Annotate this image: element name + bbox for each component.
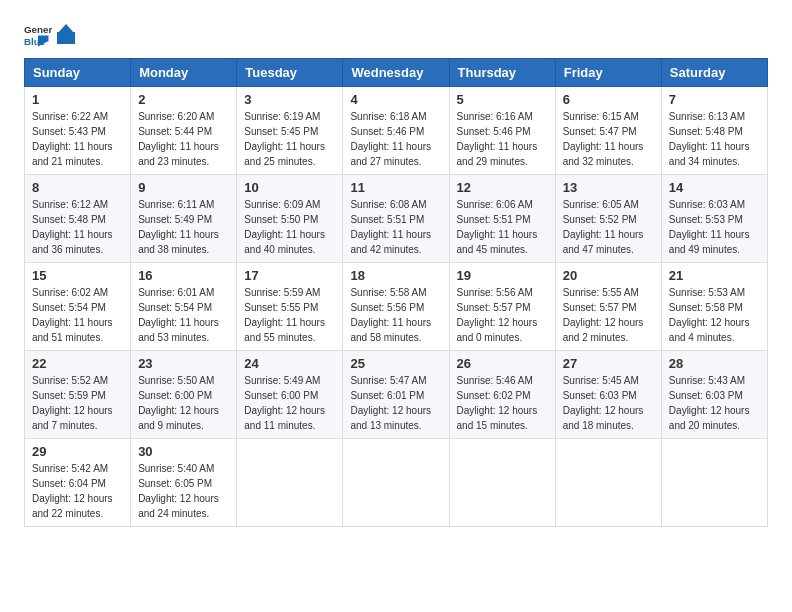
- day-info: Sunrise: 6:01 AMSunset: 5:54 PMDaylight:…: [138, 285, 229, 345]
- day-number: 30: [138, 444, 229, 459]
- calendar-day-cell: 13Sunrise: 6:05 AMSunset: 5:52 PMDayligh…: [555, 175, 661, 263]
- day-number: 4: [350, 92, 441, 107]
- day-info: Sunrise: 6:03 AMSunset: 5:53 PMDaylight:…: [669, 197, 760, 257]
- day-number: 23: [138, 356, 229, 371]
- day-info: Sunrise: 5:45 AMSunset: 6:03 PMDaylight:…: [563, 373, 654, 433]
- day-number: 19: [457, 268, 548, 283]
- day-info: Sunrise: 5:42 AMSunset: 6:04 PMDaylight:…: [32, 461, 123, 521]
- day-info: Sunrise: 5:52 AMSunset: 5:59 PMDaylight:…: [32, 373, 123, 433]
- calendar-day-cell: [449, 439, 555, 527]
- calendar-header-wednesday: Wednesday: [343, 59, 449, 87]
- calendar-day-cell: 8Sunrise: 6:12 AMSunset: 5:48 PMDaylight…: [25, 175, 131, 263]
- day-number: 20: [563, 268, 654, 283]
- logo-arrow-icon: [57, 24, 75, 44]
- day-number: 24: [244, 356, 335, 371]
- calendar-day-cell: 30Sunrise: 5:40 AMSunset: 6:05 PMDayligh…: [131, 439, 237, 527]
- calendar-day-cell: 18Sunrise: 5:58 AMSunset: 5:56 PMDayligh…: [343, 263, 449, 351]
- logo-icon: General Blue: [24, 20, 52, 48]
- calendar-day-cell: 17Sunrise: 5:59 AMSunset: 5:55 PMDayligh…: [237, 263, 343, 351]
- day-number: 14: [669, 180, 760, 195]
- day-info: Sunrise: 6:12 AMSunset: 5:48 PMDaylight:…: [32, 197, 123, 257]
- day-number: 29: [32, 444, 123, 459]
- calendar-day-cell: 22Sunrise: 5:52 AMSunset: 5:59 PMDayligh…: [25, 351, 131, 439]
- day-number: 6: [563, 92, 654, 107]
- day-number: 10: [244, 180, 335, 195]
- day-info: Sunrise: 5:56 AMSunset: 5:57 PMDaylight:…: [457, 285, 548, 345]
- day-number: 11: [350, 180, 441, 195]
- day-number: 17: [244, 268, 335, 283]
- day-number: 15: [32, 268, 123, 283]
- calendar-week-row: 15Sunrise: 6:02 AMSunset: 5:54 PMDayligh…: [25, 263, 768, 351]
- calendar-day-cell: 28Sunrise: 5:43 AMSunset: 6:03 PMDayligh…: [661, 351, 767, 439]
- logo: General Blue: [24, 20, 76, 48]
- calendar-day-cell: [661, 439, 767, 527]
- day-info: Sunrise: 5:53 AMSunset: 5:58 PMDaylight:…: [669, 285, 760, 345]
- day-info: Sunrise: 6:20 AMSunset: 5:44 PMDaylight:…: [138, 109, 229, 169]
- calendar-day-cell: 24Sunrise: 5:49 AMSunset: 6:00 PMDayligh…: [237, 351, 343, 439]
- day-info: Sunrise: 6:22 AMSunset: 5:43 PMDaylight:…: [32, 109, 123, 169]
- day-number: 8: [32, 180, 123, 195]
- calendar-day-cell: 5Sunrise: 6:16 AMSunset: 5:46 PMDaylight…: [449, 87, 555, 175]
- day-number: 2: [138, 92, 229, 107]
- calendar-week-row: 8Sunrise: 6:12 AMSunset: 5:48 PMDaylight…: [25, 175, 768, 263]
- calendar-day-cell: 23Sunrise: 5:50 AMSunset: 6:00 PMDayligh…: [131, 351, 237, 439]
- day-info: Sunrise: 5:58 AMSunset: 5:56 PMDaylight:…: [350, 285, 441, 345]
- day-info: Sunrise: 5:50 AMSunset: 6:00 PMDaylight:…: [138, 373, 229, 433]
- calendar-day-cell: 21Sunrise: 5:53 AMSunset: 5:58 PMDayligh…: [661, 263, 767, 351]
- day-number: 16: [138, 268, 229, 283]
- calendar-day-cell: 19Sunrise: 5:56 AMSunset: 5:57 PMDayligh…: [449, 263, 555, 351]
- calendar-day-cell: 25Sunrise: 5:47 AMSunset: 6:01 PMDayligh…: [343, 351, 449, 439]
- day-number: 25: [350, 356, 441, 371]
- calendar-day-cell: 1Sunrise: 6:22 AMSunset: 5:43 PMDaylight…: [25, 87, 131, 175]
- day-info: Sunrise: 5:47 AMSunset: 6:01 PMDaylight:…: [350, 373, 441, 433]
- calendar-table: SundayMondayTuesdayWednesdayThursdayFrid…: [24, 58, 768, 527]
- calendar-header-row: SundayMondayTuesdayWednesdayThursdayFrid…: [25, 59, 768, 87]
- day-info: Sunrise: 6:09 AMSunset: 5:50 PMDaylight:…: [244, 197, 335, 257]
- day-number: 7: [669, 92, 760, 107]
- day-info: Sunrise: 6:02 AMSunset: 5:54 PMDaylight:…: [32, 285, 123, 345]
- calendar-day-cell: 7Sunrise: 6:13 AMSunset: 5:48 PMDaylight…: [661, 87, 767, 175]
- calendar-day-cell: 3Sunrise: 6:19 AMSunset: 5:45 PMDaylight…: [237, 87, 343, 175]
- day-info: Sunrise: 6:18 AMSunset: 5:46 PMDaylight:…: [350, 109, 441, 169]
- day-info: Sunrise: 6:13 AMSunset: 5:48 PMDaylight:…: [669, 109, 760, 169]
- day-info: Sunrise: 5:55 AMSunset: 5:57 PMDaylight:…: [563, 285, 654, 345]
- calendar-day-cell: 2Sunrise: 6:20 AMSunset: 5:44 PMDaylight…: [131, 87, 237, 175]
- day-number: 26: [457, 356, 548, 371]
- day-number: 21: [669, 268, 760, 283]
- calendar-week-row: 1Sunrise: 6:22 AMSunset: 5:43 PMDaylight…: [25, 87, 768, 175]
- calendar-day-cell: 15Sunrise: 6:02 AMSunset: 5:54 PMDayligh…: [25, 263, 131, 351]
- calendar-day-cell: 27Sunrise: 5:45 AMSunset: 6:03 PMDayligh…: [555, 351, 661, 439]
- calendar-week-row: 22Sunrise: 5:52 AMSunset: 5:59 PMDayligh…: [25, 351, 768, 439]
- day-info: Sunrise: 6:08 AMSunset: 5:51 PMDaylight:…: [350, 197, 441, 257]
- calendar-day-cell: [237, 439, 343, 527]
- day-info: Sunrise: 5:49 AMSunset: 6:00 PMDaylight:…: [244, 373, 335, 433]
- calendar-day-cell: 9Sunrise: 6:11 AMSunset: 5:49 PMDaylight…: [131, 175, 237, 263]
- day-number: 1: [32, 92, 123, 107]
- calendar-day-cell: 11Sunrise: 6:08 AMSunset: 5:51 PMDayligh…: [343, 175, 449, 263]
- calendar-header-monday: Monday: [131, 59, 237, 87]
- day-info: Sunrise: 5:43 AMSunset: 6:03 PMDaylight:…: [669, 373, 760, 433]
- day-number: 5: [457, 92, 548, 107]
- calendar-day-cell: 10Sunrise: 6:09 AMSunset: 5:50 PMDayligh…: [237, 175, 343, 263]
- header: General Blue: [24, 20, 768, 48]
- calendar-header-thursday: Thursday: [449, 59, 555, 87]
- calendar-week-row: 29Sunrise: 5:42 AMSunset: 6:04 PMDayligh…: [25, 439, 768, 527]
- day-info: Sunrise: 6:16 AMSunset: 5:46 PMDaylight:…: [457, 109, 548, 169]
- calendar-header-tuesday: Tuesday: [237, 59, 343, 87]
- calendar-header-sunday: Sunday: [25, 59, 131, 87]
- svg-marker-4: [57, 24, 75, 34]
- day-number: 18: [350, 268, 441, 283]
- day-number: 22: [32, 356, 123, 371]
- calendar-day-cell: 4Sunrise: 6:18 AMSunset: 5:46 PMDaylight…: [343, 87, 449, 175]
- calendar-day-cell: 16Sunrise: 6:01 AMSunset: 5:54 PMDayligh…: [131, 263, 237, 351]
- calendar-header-friday: Friday: [555, 59, 661, 87]
- day-number: 13: [563, 180, 654, 195]
- day-info: Sunrise: 5:46 AMSunset: 6:02 PMDaylight:…: [457, 373, 548, 433]
- calendar-day-cell: 20Sunrise: 5:55 AMSunset: 5:57 PMDayligh…: [555, 263, 661, 351]
- calendar-day-cell: 29Sunrise: 5:42 AMSunset: 6:04 PMDayligh…: [25, 439, 131, 527]
- day-info: Sunrise: 6:05 AMSunset: 5:52 PMDaylight:…: [563, 197, 654, 257]
- calendar-day-cell: [555, 439, 661, 527]
- day-info: Sunrise: 6:15 AMSunset: 5:47 PMDaylight:…: [563, 109, 654, 169]
- svg-text:General: General: [24, 24, 52, 35]
- day-number: 28: [669, 356, 760, 371]
